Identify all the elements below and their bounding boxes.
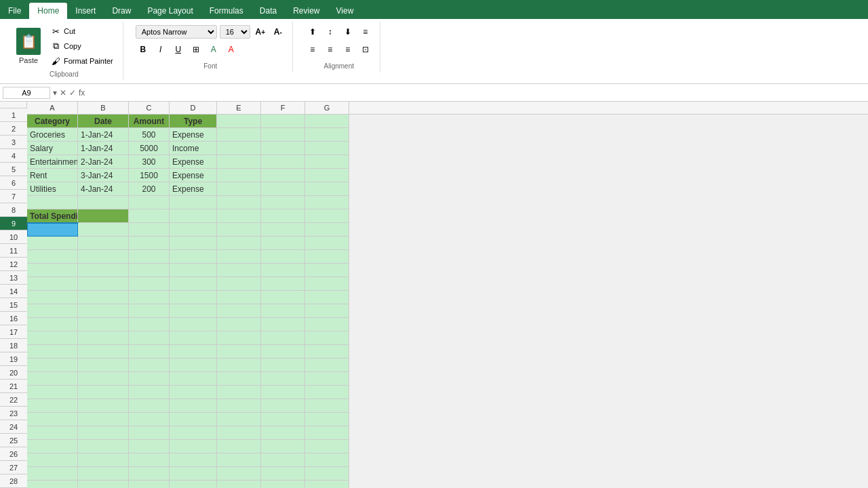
cell-g16[interactable] xyxy=(305,318,349,331)
tab-data[interactable]: Data xyxy=(252,3,285,19)
cell-e2[interactable] xyxy=(217,128,261,142)
row-header-12[interactable]: 12 xyxy=(0,258,27,271)
cell-f2[interactable] xyxy=(261,128,305,142)
cell-c21[interactable] xyxy=(129,386,170,399)
row-header-4[interactable]: 4 xyxy=(0,149,27,163)
cell-c3[interactable]: 5000 xyxy=(129,142,170,155)
cell-a18[interactable] xyxy=(27,345,78,359)
row-header-7[interactable]: 7 xyxy=(0,190,27,203)
row-header-19[interactable]: 19 xyxy=(0,352,27,366)
row-header-10[interactable]: 10 xyxy=(0,230,27,244)
border-button[interactable]: ⊞ xyxy=(189,42,203,57)
cell-f22[interactable] xyxy=(261,399,305,413)
cell-a13[interactable] xyxy=(27,277,78,291)
cell-e7[interactable] xyxy=(217,196,261,209)
cell-a24[interactable] xyxy=(27,426,78,440)
cell-e19[interactable] xyxy=(217,359,261,372)
cell-d19[interactable] xyxy=(170,359,217,372)
row-header-14[interactable]: 14 xyxy=(0,285,27,298)
align-left-button[interactable]: ≡ xyxy=(305,42,320,57)
cell-e15[interactable] xyxy=(217,304,261,318)
tab-review[interactable]: Review xyxy=(285,3,328,19)
underline-button[interactable]: U xyxy=(171,42,186,57)
cell-g13[interactable] xyxy=(305,277,349,291)
cell-c24[interactable] xyxy=(129,426,170,440)
cell-d16[interactable] xyxy=(170,318,217,331)
cell-a3[interactable]: Salary xyxy=(27,142,78,155)
cell-b16[interactable] xyxy=(78,318,129,331)
cell-c20[interactable] xyxy=(129,372,170,386)
cell-f20[interactable] xyxy=(261,372,305,386)
increase-font-button[interactable]: A+ xyxy=(253,24,268,39)
cell-f27[interactable] xyxy=(261,467,305,481)
tab-insert[interactable]: Insert xyxy=(67,3,104,19)
cell-d20[interactable] xyxy=(170,372,217,386)
cell-g28[interactable] xyxy=(305,481,349,488)
cell-e4[interactable] xyxy=(217,155,261,169)
row-header-24[interactable]: 24 xyxy=(0,420,27,434)
cell-b27[interactable] xyxy=(78,467,129,481)
cell-a22[interactable] xyxy=(27,399,78,413)
cell-b1[interactable]: Date xyxy=(78,115,129,128)
align-center-button[interactable]: ≡ xyxy=(323,42,338,57)
cell-d12[interactable] xyxy=(170,264,217,277)
cell-a20[interactable] xyxy=(27,372,78,386)
cell-d6[interactable]: Expense xyxy=(170,182,217,196)
cell-d14[interactable] xyxy=(170,291,217,304)
cell-b11[interactable] xyxy=(78,250,129,264)
cell-a10[interactable] xyxy=(27,237,78,250)
formula-confirm-icon[interactable]: ✓ xyxy=(69,88,76,98)
tab-view[interactable]: View xyxy=(328,3,362,19)
cell-e16[interactable] xyxy=(217,318,261,331)
cell-g26[interactable] xyxy=(305,453,349,467)
cell-b6[interactable]: 4-Jan-24 xyxy=(78,182,129,196)
cell-c13[interactable] xyxy=(129,277,170,291)
row-header-25[interactable]: 25 xyxy=(0,434,27,447)
cell-a15[interactable] xyxy=(27,304,78,318)
cell-f6[interactable] xyxy=(261,182,305,196)
cell-a5[interactable]: Rent xyxy=(27,169,78,182)
cell-e24[interactable] xyxy=(217,426,261,440)
cell-a27[interactable] xyxy=(27,467,78,481)
cell-a21[interactable] xyxy=(27,386,78,399)
cell-f23[interactable] xyxy=(261,413,305,426)
row-header-22[interactable]: 22 xyxy=(0,393,27,407)
cell-f5[interactable] xyxy=(261,169,305,182)
cell-b26[interactable] xyxy=(78,453,129,467)
cell-f18[interactable] xyxy=(261,345,305,359)
cell-e21[interactable] xyxy=(217,386,261,399)
cell-g9[interactable] xyxy=(305,223,349,237)
row-header-23[interactable]: 23 xyxy=(0,407,27,420)
cell-c19[interactable] xyxy=(129,359,170,372)
cell-a26[interactable] xyxy=(27,453,78,467)
cell-d18[interactable] xyxy=(170,345,217,359)
cell-f16[interactable] xyxy=(261,318,305,331)
cell-b24[interactable] xyxy=(78,426,129,440)
cell-a2[interactable]: Groceries xyxy=(27,128,78,142)
row-header-20[interactable]: 20 xyxy=(0,366,27,380)
row-header-16[interactable]: 16 xyxy=(0,312,27,325)
cell-f1[interactable] xyxy=(261,115,305,128)
cell-f17[interactable] xyxy=(261,331,305,345)
cell-a9[interactable] xyxy=(27,223,78,237)
cell-b12[interactable] xyxy=(78,264,129,277)
cell-d15[interactable] xyxy=(170,304,217,318)
cell-reference-box[interactable] xyxy=(3,87,50,99)
cell-f21[interactable] xyxy=(261,386,305,399)
cell-e12[interactable] xyxy=(217,264,261,277)
cell-c10[interactable] xyxy=(129,237,170,250)
cell-g1[interactable] xyxy=(305,115,349,128)
cell-a14[interactable] xyxy=(27,291,78,304)
formula-insert-icon[interactable]: fx xyxy=(79,88,85,98)
cell-f8[interactable] xyxy=(261,209,305,223)
cell-a7[interactable] xyxy=(27,196,78,209)
row-header-21[interactable]: 21 xyxy=(0,380,27,393)
row-header-2[interactable]: 2 xyxy=(0,122,27,136)
cell-g15[interactable] xyxy=(305,304,349,318)
row-header-9[interactable]: 9 xyxy=(0,217,27,230)
cell-d27[interactable] xyxy=(170,467,217,481)
cell-c11[interactable] xyxy=(129,250,170,264)
col-header-g[interactable]: G xyxy=(305,102,349,114)
cell-a23[interactable] xyxy=(27,413,78,426)
cell-g11[interactable] xyxy=(305,250,349,264)
